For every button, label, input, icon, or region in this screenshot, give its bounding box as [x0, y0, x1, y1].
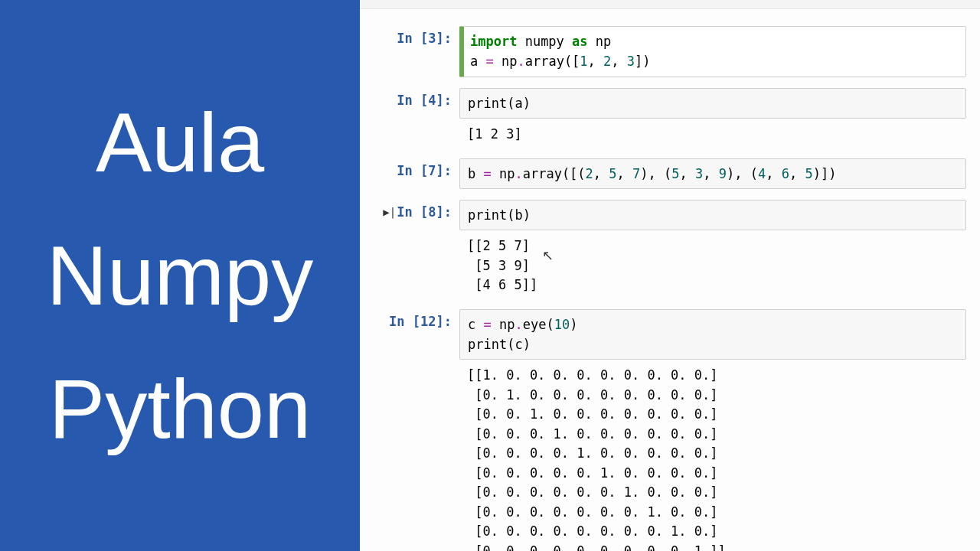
prompt-area: In [7]:	[368, 158, 459, 178]
prompt-area: ▶|In [8]:	[368, 200, 459, 220]
prompt-area: In [3]:	[368, 26, 459, 46]
code-input[interactable]: print(a)	[459, 88, 966, 119]
code-input[interactable]: import numpy as np a = np.array([1, 2, 3…	[459, 26, 966, 77]
cell-prompt: In [12]:	[389, 314, 452, 329]
code-input[interactable]: b = np.array([(2, 5, 7), (5, 3, 9), (4, …	[459, 158, 966, 189]
notebook-cell[interactable]: In [3]:import numpy as np a = np.array([…	[368, 26, 972, 77]
cell-output: [[2 5 7] [5 3 9] [4 6 5]]	[368, 236, 972, 295]
run-to-icon[interactable]: ▶|	[383, 206, 392, 218]
title-line-3: Python	[49, 350, 311, 468]
code-input[interactable]: print(b)	[459, 200, 966, 230]
prompt-area: In [4]:	[368, 88, 459, 108]
title-panel: Aula Numpy Python	[0, 0, 360, 551]
notebook-cell[interactable]: ▶|In [8]:print(b)	[368, 200, 972, 230]
code-input[interactable]: c = np.eye(10) print(c)	[459, 309, 966, 360]
cell-output: [[1. 0. 0. 0. 0. 0. 0. 0. 0. 0.] [0. 1. …	[368, 366, 972, 551]
notebook-cell[interactable]: In [7]:b = np.array([(2, 5, 7), (5, 3, 9…	[368, 158, 972, 189]
cell-prompt: In [8]:	[397, 204, 452, 220]
notebook-cell[interactable]: In [4]:print(a)	[368, 88, 972, 119]
title-line-1: Aula	[96, 83, 264, 201]
prompt-area: In [12]:	[368, 309, 459, 329]
notebook-toolbar[interactable]	[360, 0, 980, 9]
cell-prompt: In [3]:	[397, 31, 452, 46]
notebook-panel: In [3]:import numpy as np a = np.array([…	[360, 0, 980, 551]
cell-output: [1 2 3]	[368, 125, 972, 145]
cell-prompt: In [4]:	[397, 93, 452, 108]
notebook-cell[interactable]: In [12]:c = np.eye(10) print(c)	[368, 309, 972, 360]
cell-prompt: In [7]:	[397, 163, 452, 178]
title-line-2: Numpy	[47, 217, 313, 334]
